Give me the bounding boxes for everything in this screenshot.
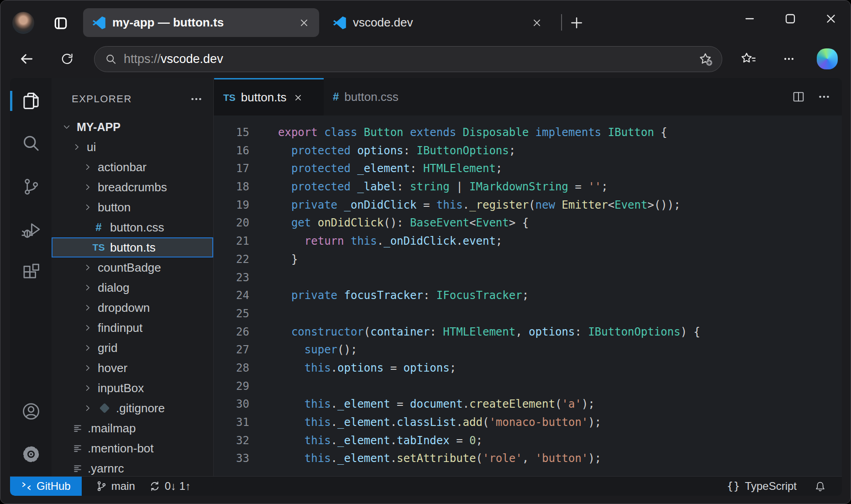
line-number: 31	[214, 414, 249, 432]
tree-item-mention-bot[interactable]: .mention-bot	[52, 438, 213, 458]
code-line-18: 18 protected _label: string | IMarkdownS…	[214, 178, 842, 196]
tree-item-button[interactable]: button	[52, 197, 213, 217]
tree-item-inputbox[interactable]: inputBox	[52, 378, 213, 398]
tree-item-hover[interactable]: hover	[52, 358, 213, 378]
sync-button[interactable]: 0↓ 1↑	[149, 480, 191, 493]
add-favorite-button[interactable]	[698, 52, 714, 67]
editor-tab-button-css[interactable]: # button.css	[324, 78, 432, 116]
tree-item-button.ts[interactable]: TSbutton.ts	[52, 237, 213, 257]
code-token: >	[647, 199, 654, 211]
activity-item-search[interactable]	[10, 122, 52, 165]
tree-item-countbadge[interactable]: countBadge	[52, 257, 213, 278]
activity-item-account[interactable]	[10, 390, 52, 433]
code-token: Emitter	[555, 199, 608, 211]
remote-indicator-button[interactable]: GitHub	[10, 477, 82, 496]
editor-more-actions-button[interactable]	[817, 90, 831, 104]
branch-button[interactable]: main	[95, 480, 135, 493]
tree-item-actionbar[interactable]: actionbar	[52, 157, 213, 177]
browser-window: my-app — button.ts vscode.dev https://vs…	[0, 0, 851, 504]
code-text: private _onDidClick = this._register(new…	[249, 196, 680, 215]
code-token: .	[390, 434, 397, 447]
editor-tab-button-ts[interactable]: TS button.ts	[214, 78, 324, 116]
code-token: IButtonOptions	[582, 326, 681, 338]
code-token: .	[463, 199, 469, 211]
activity-item-source-control[interactable]	[10, 165, 52, 208]
code-token: Disposable	[456, 126, 529, 139]
activity-item-extensions[interactable]	[10, 251, 52, 294]
notifications-button[interactable]	[814, 480, 826, 493]
account-icon	[21, 401, 41, 421]
code-token: ;	[450, 362, 456, 374]
tree-item-breadcrumbs[interactable]: breadcrumbs	[52, 177, 213, 197]
address-bar[interactable]: https://vscode.dev	[94, 46, 722, 72]
profile-avatar[interactable]	[12, 12, 34, 34]
tree-item-mailmap[interactable]: .mailmap	[52, 418, 213, 438]
tree-item-yarnrc[interactable]: .yarnrc	[52, 458, 213, 478]
editor-tab-bar: TS button.ts # button.css	[214, 78, 842, 116]
new-tab-button[interactable]	[567, 14, 586, 32]
code-token: .	[390, 452, 397, 465]
line-number: 25	[214, 305, 249, 323]
tree-item-grid[interactable]: grid	[52, 338, 213, 358]
tree-item-findinput[interactable]: findinput	[52, 318, 213, 338]
code-token: protected	[278, 144, 351, 157]
code-editor[interactable]: 15export class Button extends Disposable…	[214, 116, 842, 476]
line-number: 26	[214, 323, 249, 341]
tree-item-dropdown[interactable]: dropdown	[52, 298, 213, 318]
close-tab-icon[interactable]	[298, 17, 310, 29]
line-number: 24	[214, 287, 249, 305]
browser-tab-2[interactable]: vscode.dev	[324, 8, 552, 37]
maximize-button[interactable]	[777, 6, 803, 31]
favorites-button[interactable]	[737, 48, 759, 70]
tree-item-gitignore[interactable]: .gitignore	[52, 398, 213, 418]
maximize-icon	[783, 11, 798, 26]
copilot-button[interactable]	[817, 48, 838, 69]
refresh-button[interactable]	[56, 48, 78, 70]
tree-item-dialog[interactable]: dialog	[52, 278, 213, 298]
close-editor-tab-icon[interactable]	[293, 93, 303, 103]
activity-item-explorer[interactable]	[10, 79, 52, 122]
activity-item-run-and-debug[interactable]	[10, 208, 52, 251]
code-line-17: 17 protected _element: HTMLElement;	[214, 160, 842, 178]
browser-menu-button[interactable]	[778, 48, 800, 70]
close-window-button[interactable]	[818, 6, 844, 31]
code-token: :	[423, 289, 430, 302]
activity-item-settings[interactable]	[10, 433, 52, 476]
code-token: (	[529, 199, 535, 211]
code-token: protected	[278, 162, 351, 175]
code-token: ;	[509, 144, 515, 157]
branch-label: main	[111, 480, 135, 493]
code-token: createElement	[469, 398, 555, 410]
back-button[interactable]	[16, 48, 37, 70]
tab-separator	[561, 14, 562, 31]
code-token: focusTracker	[337, 289, 423, 302]
tab-actions-button[interactable]	[52, 14, 70, 32]
code-token: ;	[601, 180, 608, 193]
close-tab-icon[interactable]	[531, 17, 543, 29]
tree-item-button.css[interactable]: #button.css	[52, 217, 213, 237]
vertical-tabs-icon	[53, 16, 68, 31]
code-line-31: 31 this._element.classList.add('monaco-b…	[214, 414, 842, 432]
tree-item-my-app[interactable]: MY-APP	[52, 117, 213, 137]
code-token: ,	[522, 452, 529, 465]
code-token: export	[278, 126, 318, 139]
line-number: 17	[214, 160, 249, 178]
code-token: |	[450, 180, 463, 193]
code-token: this	[278, 452, 331, 465]
code-token: private	[278, 199, 337, 211]
code-text: export class Button extends Disposable i…	[249, 124, 667, 142]
code-token: .	[331, 362, 337, 374]
editor-tab-label: button.ts	[241, 90, 287, 105]
tree-item-label: ui	[87, 140, 96, 154]
code-token: 0	[463, 434, 476, 447]
split-editor-button[interactable]	[792, 90, 805, 104]
tree-item-ui[interactable]: ui	[52, 137, 213, 157]
code-text: this._element = document.createElement('…	[249, 395, 595, 414]
explorer-actions-button[interactable]	[189, 92, 203, 106]
minimize-button[interactable]	[737, 6, 762, 31]
code-token: classList	[397, 416, 456, 429]
code-text: this.options = options;	[249, 359, 456, 378]
browser-tab-1[interactable]: my-app — button.ts	[83, 8, 319, 37]
tree-item-label: .mention-bot	[88, 441, 154, 456]
language-mode-button[interactable]: {} TypeScript	[727, 480, 797, 493]
